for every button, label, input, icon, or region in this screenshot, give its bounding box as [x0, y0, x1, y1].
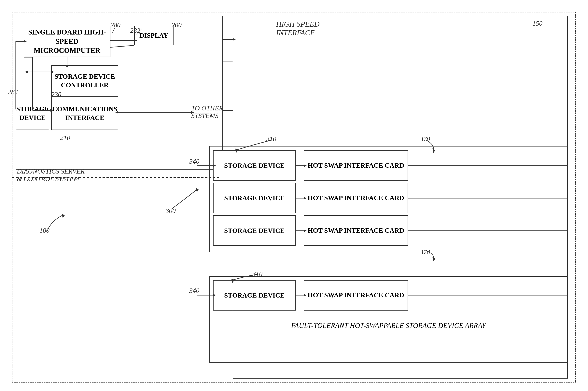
storage-left-box: STORAGE DEVICE [16, 97, 49, 130]
sbhsm-label: SINGLE BOARD HIGH-SPEED MICROCOMPUTER [24, 28, 110, 55]
hotswap-card-row1: HOT SWAP INTERFACE CARD [304, 150, 408, 181]
hotswap-card-row2: HOT SWAP INTERFACE CARD [304, 183, 408, 213]
ref-284: 284 [8, 88, 18, 96]
ref-200: 200 [172, 21, 182, 29]
ref-300: 300 [166, 207, 176, 214]
storage-device-row3: STORAGE DEVICE [213, 215, 296, 246]
sdc-box: STORAGE DEVICE CONTROLLER [51, 65, 118, 97]
storage-device-row4: STORAGE DEVICE [213, 280, 296, 310]
storage-left-label: STORAGE DEVICE [16, 105, 49, 122]
ref-340a: 340 [189, 158, 199, 165]
ci-box: COMMUNICATIONS INTERFACE [51, 97, 118, 130]
ci-label: COMMUNICATIONS INTERFACE [52, 105, 118, 122]
hsi-label: HIGH SPEEDINTERFACE [276, 20, 320, 37]
sbhsm-box: SINGLE BOARD HIGH-SPEED MICROCOMPUTER [24, 26, 110, 57]
hotswap-card-row3: HOT SWAP INTERFACE CARD [304, 215, 408, 246]
ref-310b: 310 [252, 270, 262, 278]
storage-device-row1: STORAGE DEVICE [213, 150, 296, 181]
ref-230: 230 [51, 91, 61, 98]
ref-340b: 340 [189, 287, 199, 294]
ref-370b: 370 [420, 248, 430, 256]
diagnostics-label: DIAGNOSTICS SERVER& CONTROL SYSTEM [17, 168, 85, 183]
to-other-systems: TO OTHERSYSTEMS [191, 104, 223, 119]
ref-370a: 370 [420, 135, 430, 143]
diagram-container: SINGLE BOARD HIGH-SPEED MICROCOMPUTER DI… [0, 0, 588, 391]
diagnostics-text: DIAGNOSTICS SERVER& CONTROL SYSTEM [17, 168, 85, 182]
ref-210: 210 [60, 134, 70, 142]
ref-310a: 310 [266, 135, 276, 143]
hotswap-card-row4: HOT SWAP INTERFACE CARD [304, 280, 408, 310]
ref-150: 150 [532, 20, 542, 27]
ft-label: FAULT-TOLERANT HOT-SWAPPABLE STORAGE DEV… [209, 321, 568, 330]
ref-100: 100 [39, 227, 49, 234]
ref-282: 282 [130, 27, 140, 34]
display-label: DISPLAY [139, 32, 168, 39]
ref-280: 280 [110, 21, 120, 29]
storage-device-row2: STORAGE DEVICE [213, 183, 296, 213]
sdc-label: STORAGE DEVICE CONTROLLER [52, 72, 118, 90]
